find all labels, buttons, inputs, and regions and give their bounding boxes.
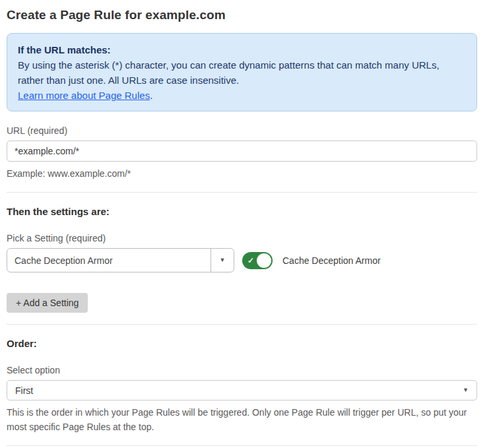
- order-section-heading: Order:: [7, 338, 477, 349]
- setting-select-arrow-button[interactable]: ▼: [211, 249, 234, 272]
- setting-select-value: Cache Deception Armor: [7, 249, 211, 272]
- url-field-helper: Example: www.example.com/*: [7, 166, 477, 181]
- info-box-heading: If the URL matches:: [18, 42, 466, 57]
- url-input[interactable]: [7, 141, 477, 162]
- settings-section-heading: Then the settings are:: [7, 206, 477, 217]
- order-select-label: Select option: [7, 365, 477, 375]
- info-box-body: By using the asterisk (*) character, you…: [18, 57, 466, 88]
- url-field-label: URL (required): [7, 125, 477, 136]
- url-field-block: URL (required) Example: www.example.com/…: [7, 125, 477, 181]
- chevron-down-icon: ▼: [463, 387, 469, 393]
- create-page-rule-form: Create a Page Rule for example.com If th…: [7, 0, 477, 448]
- setting-picker-row: Cache Deception Armor ▼ ✓ Cache Deceptio…: [7, 248, 477, 272]
- check-icon: ✓: [248, 256, 254, 265]
- chevron-down-icon: ▼: [220, 257, 226, 263]
- toggle-knob: [257, 253, 271, 268]
- link-suffix: .: [150, 90, 152, 101]
- info-box-link-line: Learn more about Page Rules.: [18, 88, 466, 103]
- url-match-info-box: If the URL matches: By using the asteris…: [7, 33, 477, 112]
- add-setting-button[interactable]: + Add a Setting: [7, 293, 88, 313]
- toggle-label: Cache Deception Armor: [282, 255, 381, 266]
- setting-select[interactable]: Cache Deception Armor ▼: [7, 248, 234, 272]
- learn-more-link[interactable]: Learn more about Page Rules: [18, 90, 150, 101]
- order-helper-text: This is the order in which your Page Rul…: [7, 405, 477, 434]
- divider: [7, 445, 477, 446]
- order-select[interactable]: First ▼: [7, 380, 477, 400]
- divider: [7, 324, 477, 325]
- cache-deception-armor-toggle[interactable]: ✓: [242, 252, 273, 269]
- setting-picker-label: Pick a Setting (required): [7, 233, 477, 243]
- divider: [7, 192, 477, 193]
- page-title: Create a Page Rule for example.com: [7, 8, 477, 22]
- order-select-value: First: [15, 385, 463, 396]
